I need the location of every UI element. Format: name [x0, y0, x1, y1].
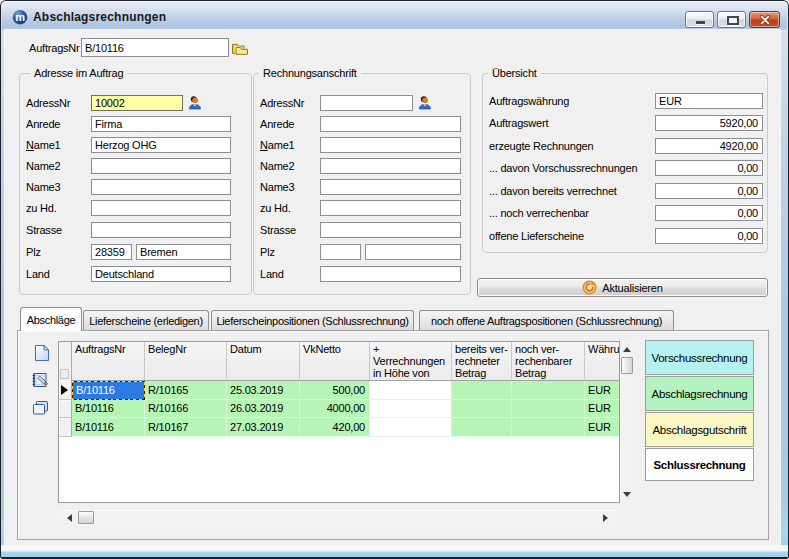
col-noch-verrechenbar[interactable]: noch ver- rechenbarer Betrag	[512, 342, 585, 380]
scroll-right-icon[interactable]	[603, 514, 608, 522]
auftragswaehrung-input[interactable]: EUR	[655, 93, 763, 109]
table-row[interactable]: B/10116 R/10166 26.03.2019 4000,00 EUR	[59, 400, 620, 419]
tab-lieferscheine[interactable]: Lieferscheine (erledigen)	[83, 310, 209, 331]
maximize-button[interactable]	[717, 11, 746, 28]
aktualisieren-button[interactable]: Aktualisieren	[477, 278, 768, 297]
cell-bereits-verrechnet[interactable]	[452, 400, 512, 419]
person-icon[interactable]	[188, 95, 201, 110]
inv-name1-input[interactable]	[320, 137, 461, 153]
cell-vknetto[interactable]: 500,00	[300, 381, 370, 400]
close-button[interactable]	[749, 11, 780, 28]
open-folder-icon[interactable]	[231, 41, 249, 57]
col-datum[interactable]: Datum	[227, 342, 300, 380]
adressnr-label: AdressNr	[26, 97, 70, 109]
cell-vknetto[interactable]: 420,00	[300, 418, 370, 437]
cell-belegnr[interactable]: R/10167	[145, 418, 227, 437]
inv-strasse-input[interactable]	[320, 222, 461, 238]
abschlagsrechnung-button[interactable]: Abschlagsrechnung	[645, 376, 754, 411]
erzeugte-rechnungen-input[interactable]: 4920,00	[655, 138, 763, 154]
name1-label: Name1	[26, 139, 60, 151]
row-selector[interactable]	[59, 400, 72, 419]
land-input[interactable]: Deutschland	[91, 266, 231, 282]
cell-verrechnungen[interactable]	[370, 418, 452, 437]
schlussrechnung-button[interactable]: Schlussrechnung	[645, 448, 754, 481]
auftragsnr-input[interactable]: B/10116	[81, 38, 229, 57]
inv-land-input[interactable]	[320, 266, 461, 282]
col-bereits-verrechnet[interactable]: bereits ver- rechneter Betrag	[452, 342, 512, 380]
offene-lieferscheine-input[interactable]: 0,00	[655, 228, 763, 244]
cell-belegnr[interactable]: R/10165	[145, 381, 227, 400]
maximize-icon	[727, 16, 739, 25]
row-selector[interactable]	[59, 418, 72, 437]
col-verrechnungen[interactable]: + Verrechnungen in Höhe von	[370, 342, 452, 380]
cell-noch-verrechenbar[interactable]	[512, 381, 585, 400]
cell-auftragsnr[interactable]: B/10116	[72, 418, 145, 437]
scroll-down-icon[interactable]	[623, 492, 631, 497]
edit-record-icon[interactable]	[31, 372, 50, 389]
inv-name3-input[interactable]	[320, 179, 461, 195]
vertical-scroll-thumb[interactable]	[621, 357, 633, 374]
inv-zuhd-input[interactable]	[320, 200, 461, 216]
person-icon[interactable]	[418, 95, 431, 110]
group-rechnung-title: Rechnungsanschrift	[259, 67, 361, 79]
cell-auftragsnr[interactable]: B/10116	[72, 381, 145, 400]
adressnr-input[interactable]: 10002	[91, 95, 183, 111]
cell-datum[interactable]: 26.03.2019	[227, 400, 300, 419]
noch-verrechenbar-input[interactable]: 0,00	[655, 205, 763, 221]
inv-plz-input[interactable]	[320, 244, 361, 260]
row-selector[interactable]	[59, 381, 72, 400]
tab-abschlaege[interactable]: Abschläge	[20, 307, 82, 331]
table-row[interactable]: B/10116 R/10167 27.03.2019 420,00 EUR	[59, 418, 620, 437]
cell-verrechnungen[interactable]	[370, 381, 452, 400]
horizontal-scroll-thumb[interactable]	[78, 511, 94, 524]
strasse-label: Strasse	[26, 224, 62, 236]
cell-waehrung[interactable]: EUR	[585, 400, 620, 419]
auftragswert-input[interactable]: 5920,00	[655, 115, 763, 131]
col-auftragsnr[interactable]: AuftragsNr	[72, 342, 145, 380]
titlebar[interactable]: m Abschlagsrechnungen	[2, 2, 787, 30]
plz-input[interactable]: 28359	[91, 244, 132, 260]
table-horizontal-scrollbar[interactable]	[58, 510, 617, 526]
cell-noch-verrechenbar[interactable]	[512, 418, 585, 437]
scroll-up-icon[interactable]	[623, 347, 631, 352]
inv-anrede-input[interactable]	[320, 116, 461, 132]
cell-waehrung[interactable]: EUR	[585, 418, 620, 437]
group-uebersicht-title: Übersicht	[488, 67, 541, 79]
inv-adressnr-input[interactable]	[320, 95, 413, 111]
cell-datum[interactable]: 27.03.2019	[227, 418, 300, 437]
zuhd-input[interactable]	[91, 200, 231, 216]
minimize-button[interactable]	[685, 11, 714, 28]
scroll-left-icon[interactable]	[67, 514, 72, 522]
strasse-input[interactable]	[91, 222, 231, 238]
name1-input[interactable]: Herzog OHG	[91, 137, 231, 153]
cell-bereits-verrechnet[interactable]	[452, 418, 512, 437]
davon-vorschuss-input[interactable]: 0,00	[655, 160, 763, 176]
ort-input[interactable]: Bremen	[136, 244, 231, 260]
abschlagsgutschrift-button[interactable]: Abschlagsgutschrift	[645, 412, 754, 447]
new-record-icon[interactable]	[34, 344, 50, 362]
cell-bereits-verrechnet[interactable]	[452, 381, 512, 400]
vorschussrechnung-button[interactable]: Vorschussrechnung	[645, 340, 754, 375]
table-row[interactable]: B/10116 R/10165 25.03.2019 500,00 EUR	[59, 381, 620, 400]
name3-label: Name3	[26, 181, 60, 193]
cell-datum[interactable]: 25.03.2019	[227, 381, 300, 400]
table-vertical-scrollbar[interactable]	[620, 341, 634, 503]
col-belegnr[interactable]: BelegNr	[145, 342, 227, 380]
cell-noch-verrechenbar[interactable]	[512, 400, 585, 419]
cell-verrechnungen[interactable]	[370, 400, 452, 419]
col-vknetto[interactable]: VkNetto	[300, 342, 370, 380]
davon-verrechnet-input[interactable]: 0,00	[655, 183, 763, 199]
col-waehrung[interactable]: Währung	[585, 342, 620, 380]
cell-auftragsnr[interactable]: B/10116	[72, 400, 145, 419]
name3-input[interactable]	[91, 179, 231, 195]
tab-lieferscheinpositionen[interactable]: Lieferscheinpositionen (Schlussrechnung)	[211, 310, 414, 331]
tab-offene-auftragspositionen[interactable]: noch offene Auftragspositionen (Schlussr…	[419, 310, 674, 331]
inv-name2-input[interactable]	[320, 158, 461, 174]
anrede-input[interactable]: Firma	[91, 116, 231, 132]
cell-waehrung[interactable]: EUR	[585, 381, 620, 400]
cell-vknetto[interactable]: 4000,00	[300, 400, 370, 419]
copy-record-icon[interactable]	[32, 400, 49, 416]
name2-input[interactable]	[91, 158, 231, 174]
inv-ort-input[interactable]	[365, 244, 461, 260]
cell-belegnr[interactable]: R/10166	[145, 400, 227, 419]
